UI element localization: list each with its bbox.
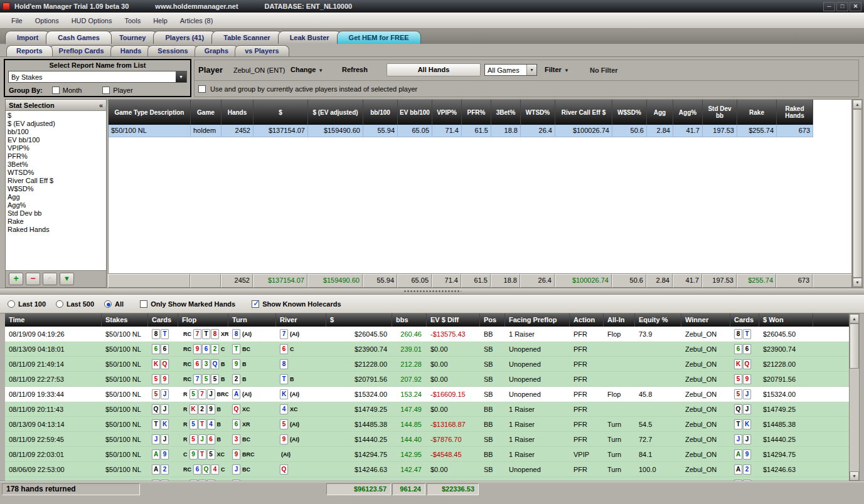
stat-item-vpip[interactable]: VPIP%: [6, 144, 106, 152]
filter-button[interactable]: Filter▼: [545, 66, 569, 73]
tab-leak-buster[interactable]: Leak Buster: [278, 31, 341, 44]
hands-row[interactable]: 08/11/09 21:49:14$50/100 NLKQRC63QB9B8$2…: [5, 357, 849, 372]
column-header-agg[interactable]: Agg%: [673, 100, 703, 125]
hands-row[interactable]: 08/11/09 20:01:24$50/100 NLK9R8T2BB4(AI)…: [5, 477, 849, 481]
tab-get-hem-for-free[interactable]: Get HEM for FREE: [337, 31, 421, 44]
hands-row[interactable]: 08/11/09 19:33:44$50/100 NL5JR57JBRCA(AI…: [5, 387, 849, 402]
column-header-stakes[interactable]: Stakes: [102, 313, 148, 327]
menu-item-options[interactable]: Options: [29, 15, 65, 26]
checkbox-only-show-marked-hands[interactable]: [140, 300, 147, 308]
column-header-vpip[interactable]: VPIP%: [432, 100, 462, 125]
column-header-bb-100[interactable]: bb/100: [363, 100, 398, 125]
column-header-std-dev-bb[interactable]: Std Dev bb: [703, 100, 737, 125]
column-header-ev-diff[interactable]: EV $ Diff: [427, 313, 480, 327]
stat-item-rake[interactable]: Rake: [6, 218, 106, 226]
hands-row[interactable]: 08/06/09 22:53:00$50/100 NLA2RC6Q4CJBCQ$…: [5, 462, 849, 477]
column-header-river-call-eff[interactable]: River Call Eff $: [555, 100, 612, 125]
group-by-player-checkbox[interactable]: [102, 87, 110, 94]
stat-item-3bet[interactable]: 3Bet%: [6, 160, 106, 169]
hands-row[interactable]: 08/11/09 20:11:43$50/100 NLQJRK29BQXC4XC…: [5, 402, 849, 417]
column-header-facing-preflop[interactable]: Facing Preflop: [505, 313, 570, 327]
move-up-button[interactable]: ▲: [43, 273, 57, 285]
radio-last-500[interactable]: [56, 300, 63, 308]
hands-row[interactable]: 08/11/09 22:59:45$50/100 NLJJR5J6B3BC9(A…: [5, 432, 849, 447]
maximize-button[interactable]: □: [836, 2, 848, 11]
stat-item-pfr[interactable]: PFR%: [6, 152, 106, 160]
stat-item-ev-bb-100[interactable]: EV bb/100: [6, 136, 106, 144]
column-header-agg[interactable]: Agg: [647, 100, 673, 125]
stat-item-raked-hands[interactable]: Raked Hands: [6, 226, 106, 234]
subtab-sessions[interactable]: Sessions: [147, 45, 198, 56]
column-header-hands[interactable]: Hands: [221, 100, 253, 125]
column-header-rake[interactable]: Rake: [737, 100, 777, 125]
scroll-up-button[interactable]: ▲: [850, 314, 859, 323]
column-header-bbs[interactable]: bbs: [392, 313, 427, 327]
report-row[interactable]: $50/100 NLholdem2452$137154.07$159490.60…: [109, 125, 851, 137]
report-name-dropdown[interactable]: By Stakes ▼: [8, 71, 187, 83]
column-header-w-sd[interactable]: W$SD%: [612, 100, 647, 125]
all-hands-button[interactable]: All Hands: [387, 63, 481, 76]
scroll-down-button[interactable]: ▼: [853, 278, 862, 287]
subtab-reports[interactable]: Reports: [6, 45, 53, 56]
radio-all[interactable]: [104, 300, 112, 308]
remove-stat-button[interactable]: −: [26, 273, 40, 285]
hands-row[interactable]: 08/13/09 04:18:01$50/100 NL66RC962CTBC6C…: [5, 342, 849, 357]
hands-row[interactable]: 08/13/09 04:13:14$50/100 NLTKR5T4B6XR5(A…: [5, 417, 849, 432]
column-header-time[interactable]: Time: [5, 313, 102, 327]
stat-item-ev-adjusted[interactable]: $ (EV adjusted): [6, 120, 106, 128]
column-header-all-in[interactable]: All-In: [604, 313, 635, 327]
tab-tourney[interactable]: Tourney: [107, 31, 158, 44]
column-header-ev-adjusted[interactable]: $ (EV adjusted): [308, 100, 363, 125]
subtab-vs-players[interactable]: vs Players: [235, 45, 289, 56]
column-header-river[interactable]: River: [276, 313, 326, 327]
stat-item-agg[interactable]: Agg: [6, 193, 106, 201]
column-header-pos[interactable]: Pos: [480, 313, 505, 327]
column-header-equity[interactable]: Equity %: [635, 313, 681, 327]
column-header-cards[interactable]: Cards: [148, 313, 178, 327]
column-header-[interactable]: $: [326, 313, 392, 327]
column-header-flop[interactable]: Flop: [178, 313, 228, 327]
all-games-arrow-icon[interactable]: ▼: [526, 65, 536, 75]
dropdown-arrow-icon[interactable]: ▼: [176, 71, 186, 82]
column-header-[interactable]: $: [253, 100, 308, 125]
report-scrollbar[interactable]: ▲ ▼: [852, 99, 863, 288]
scrollbar-thumb[interactable]: [850, 323, 859, 369]
tab-players-41[interactable]: Players (41): [153, 31, 216, 44]
tab-import[interactable]: Import: [5, 31, 50, 44]
stat-item-bb-100[interactable]: bb/100: [6, 128, 106, 136]
stat-item-std-dev-bb[interactable]: Std Dev bb: [6, 209, 106, 218]
column-header-wtsd[interactable]: WTSD%: [521, 100, 555, 125]
menu-item-file[interactable]: File: [5, 15, 29, 26]
group-by-month-checkbox[interactable]: [52, 87, 60, 94]
scroll-down-button[interactable]: ▼: [850, 471, 859, 481]
stat-item-w-sd[interactable]: W$SD%: [6, 185, 106, 193]
hands-row[interactable]: 08/11/09 22:27:53$50/100 NL59RC755B2BTB$…: [5, 372, 849, 387]
move-down-button[interactable]: ▼: [60, 273, 74, 285]
column-header-cards[interactable]: Cards: [730, 313, 759, 327]
column-header-turn[interactable]: Turn: [228, 313, 276, 327]
radio-last-100[interactable]: [8, 300, 15, 308]
stat-item-river-call-eff[interactable]: River Call Eff $: [6, 177, 106, 185]
checkbox-show-known-holecards[interactable]: [252, 300, 259, 308]
column-header-action[interactable]: Action: [570, 313, 604, 327]
add-stat-button[interactable]: +: [9, 273, 23, 285]
stat-item-[interactable]: $: [6, 112, 106, 120]
menu-item-tools[interactable]: Tools: [118, 15, 147, 26]
collapse-panel-icon[interactable]: «: [99, 102, 103, 109]
hands-row[interactable]: 08/11/09 22:03:01$50/100 NLA9C9T5XC9BRC(…: [5, 447, 849, 462]
stat-item-agg[interactable]: Agg%: [6, 201, 106, 209]
subtab-hands[interactable]: Hands: [110, 45, 152, 56]
scroll-up-button[interactable]: ▲: [853, 100, 862, 109]
column-header-game[interactable]: Game: [191, 100, 221, 125]
all-games-dropdown[interactable]: All Games ▼: [484, 64, 537, 76]
menu-item-articles-8[interactable]: Articles (8): [174, 15, 220, 26]
hands-row[interactable]: 08/19/09 04:19:26$50/100 NL8TRC7T8XRC8(A…: [5, 327, 849, 342]
change-player-button[interactable]: Change▼: [291, 66, 323, 73]
column-header-3bet[interactable]: 3Bet%: [491, 100, 521, 125]
column-header-pfr[interactable]: PFR%: [462, 100, 491, 125]
column-header-ev-bb-100[interactable]: EV bb/100: [398, 100, 432, 125]
tab-cash-games[interactable]: Cash Games: [46, 31, 112, 44]
hands-scrollbar[interactable]: ▲ ▼: [849, 313, 860, 481]
column-header-raked-hands[interactable]: Raked Hands: [777, 100, 813, 125]
subtab-preflop-cards[interactable]: Preflop Cards: [49, 45, 114, 56]
